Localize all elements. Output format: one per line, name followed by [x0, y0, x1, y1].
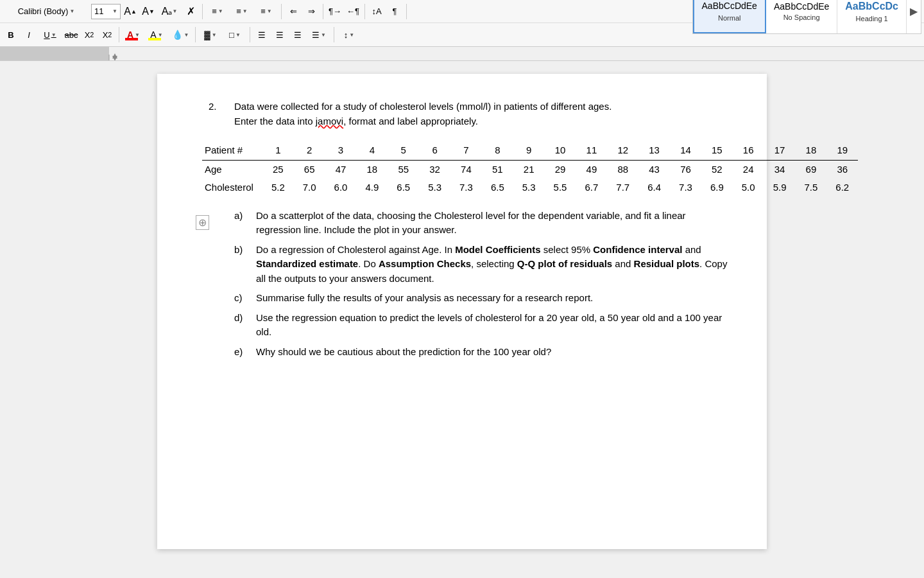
question-text-line1: Data were collected for a study of chole…	[234, 101, 612, 112]
sub-item-d: d) Use the regression equation to predic…	[234, 311, 728, 340]
doc-container[interactable]: ⊕ 2. Data were collected for a study of …	[0, 61, 924, 562]
style-gallery: AaBbCcDdEe Normal AaBbCcDdEe No Spacing …	[692, 0, 921, 34]
doc-page: ⊕ 2. Data were collected for a study of …	[157, 74, 767, 549]
style-normal[interactable]: AaBbCcDdEe Normal	[693, 0, 766, 33]
sub-label-b: b)	[234, 243, 250, 286]
borders-button[interactable]: □▼	[223, 26, 246, 43]
sub-item-b: b) Do a regression of Cholesterol agains…	[234, 243, 728, 286]
question-text: Data were collected for a study of chole…	[234, 100, 728, 128]
font-size-arrow: ▼	[112, 8, 117, 14]
font-name-value: Calibri (Body)	[18, 6, 69, 16]
sub-item-e: e) Why should we be cautious about the p…	[234, 345, 728, 360]
style-normal-label: Normal	[718, 14, 740, 22]
style-nospace-label: No Spacing	[783, 13, 820, 21]
style-normal-preview: AaBbCcDdEe	[702, 1, 757, 12]
doc-content: 2. Data were collected for a study of ch…	[209, 100, 728, 359]
sep2	[281, 4, 282, 19]
highlight-arrow: ▼	[158, 32, 163, 38]
font-color-arrow: ▼	[135, 32, 140, 38]
sub-label-c: c)	[234, 291, 250, 306]
font-name-arrow: ▼	[69, 8, 74, 14]
sub-label-d: d)	[234, 311, 250, 340]
font-color-button[interactable]: A ▼	[123, 26, 144, 43]
sep6	[119, 27, 119, 42]
clear-formatting-button[interactable]: ✗	[182, 3, 199, 20]
italic-button[interactable]: I	[21, 26, 37, 43]
change-case-button[interactable]: Aₐ▼	[158, 3, 181, 20]
ruler-inner	[6, 47, 924, 60]
increase-indent-button[interactable]: ⇒	[303, 3, 320, 20]
style-h1-label: Heading 1	[856, 15, 888, 22]
sub-label-e: e)	[234, 345, 250, 360]
sep8	[250, 27, 250, 42]
strikethrough-button[interactable]: abc	[63, 26, 80, 43]
sub-text-b: Do a regression of Cholesterol against A…	[256, 243, 728, 286]
sort-button[interactable]: ↕A	[368, 3, 385, 20]
style-h1-preview: AaBbCcDc	[845, 0, 898, 12]
text-effects-button[interactable]: 💧 ▼	[169, 26, 192, 43]
multilevel-button[interactable]: ≡▼	[255, 3, 278, 20]
sep5	[406, 4, 407, 19]
bullets-button[interactable]: ≡▼	[206, 3, 229, 20]
sep4	[364, 4, 365, 19]
question-item: 2. Data were collected for a study of ch…	[209, 100, 728, 128]
text-effects-arrow: ▼	[184, 32, 189, 38]
sub-item-a: a) Do a scatterplot of the data, choosin…	[234, 209, 728, 238]
font-size-value: 11	[94, 6, 103, 16]
jamovi-text: jamovi	[316, 116, 343, 127]
font-size-selector[interactable]: 11 ▼	[91, 4, 121, 19]
sub-label-a: a)	[234, 209, 250, 238]
subscript-button[interactable]: X2	[81, 26, 98, 43]
decrease-indent-button[interactable]: ⇐	[285, 3, 302, 20]
sep1	[202, 4, 203, 19]
font-color-swatch	[125, 38, 138, 40]
line-spacing-button[interactable]: ↕▼	[338, 26, 361, 43]
table-section: Patient #12345678910111213141516171819Ag…	[202, 141, 728, 197]
align-left-button[interactable]: ☰	[253, 26, 270, 43]
highlight-swatch	[148, 38, 161, 40]
sub-text-d: Use the regression equation to predict t…	[256, 311, 728, 340]
sub-items: a) Do a scatterplot of the data, choosin…	[234, 209, 728, 360]
question-number: 2.	[209, 100, 228, 128]
move-handle[interactable]: ⊕	[196, 215, 209, 230]
font-grow-button[interactable]: A▲	[122, 3, 139, 20]
sep9	[334, 27, 334, 42]
style-nospace-preview: AaBbCcDdEe	[774, 2, 829, 11]
align-center-button[interactable]: ☰	[271, 26, 288, 43]
underline-button[interactable]: U▼	[38, 26, 62, 43]
numbering-button[interactable]: ≡▼	[230, 3, 253, 20]
superscript-button[interactable]: X2	[99, 26, 116, 43]
font-name-selector[interactable]: Calibri (Body) ▼	[3, 3, 90, 20]
bold-button[interactable]: B	[3, 26, 19, 43]
sub-text-e: Why should we be cautious about the pred…	[256, 345, 728, 360]
font-shrink-button[interactable]: A▼	[140, 3, 157, 20]
sep3	[323, 4, 323, 19]
highlight-color-button[interactable]: A ▼	[146, 26, 167, 43]
sep7	[195, 27, 196, 42]
sub-text-a: Do a scatterplot of the data, choosing t…	[256, 209, 728, 238]
style-no-spacing[interactable]: AaBbCcDdEe No Spacing	[766, 0, 837, 33]
ruler	[0, 47, 924, 61]
shading-button[interactable]: ▓▼	[199, 26, 222, 43]
rtl-button[interactable]: ←¶	[345, 3, 361, 20]
data-table: Patient #12345678910111213141516171819Ag…	[202, 141, 858, 197]
text-effects-icon: 💧	[172, 30, 183, 40]
justify-button[interactable]: ☰▼	[307, 26, 330, 43]
align-right-button[interactable]: ☰	[289, 26, 306, 43]
ltr-button[interactable]: ¶→	[327, 3, 343, 20]
show-para-button[interactable]: ¶	[386, 3, 403, 20]
toolbar: Calibri (Body) ▼ 11 ▼ A▲ A▼ Aₐ▼ ✗ ≡▼ ≡▼ …	[0, 0, 924, 47]
style-heading1[interactable]: AaBbCcDc Heading 1	[837, 0, 907, 33]
sub-text-c: Summarise fully the results of your anal…	[256, 291, 728, 306]
sub-item-c: c) Summarise fully the results of your a…	[234, 291, 728, 306]
gallery-scroll-button[interactable]: ▶	[907, 0, 921, 33]
